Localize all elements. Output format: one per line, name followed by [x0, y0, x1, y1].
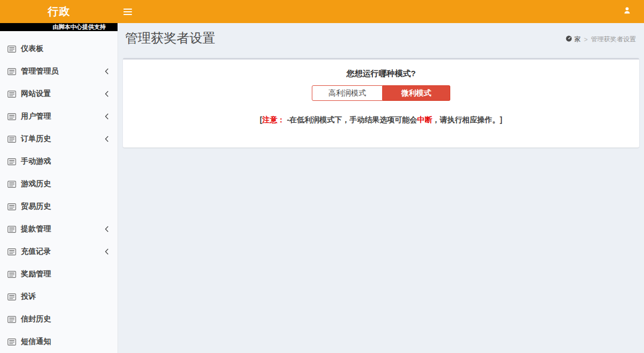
sidebar: 由脚本中心提供支持 仪表板管理管理员网站设置用户管理订单历史手动游戏游戏历史贸易… — [0, 23, 118, 353]
sidebar-item-envelope-history[interactable]: 信封历史 — [0, 308, 118, 330]
mode-button-group: 高利润模式微利模式 — [312, 85, 450, 101]
list-alt-icon — [8, 91, 16, 98]
chevron-left-icon — [105, 113, 109, 120]
list-alt-icon — [8, 158, 16, 165]
list-alt-icon — [8, 203, 16, 210]
powered-by-bar: 由脚本中心提供支持 — [0, 23, 118, 31]
note-segment-3: 中断 — [417, 115, 432, 124]
sidebar-item-reward-management[interactable]: 奖励管理 — [0, 263, 118, 285]
sidebar-item-label: 游戏历史 — [21, 179, 51, 189]
chevron-left-icon — [105, 91, 109, 97]
sidebar-item-label: 手动游戏 — [21, 157, 51, 166]
dashboard-icon — [566, 35, 572, 43]
mode-note: [注意： -在低利润模式下，手动结果选项可能会中断，请执行相应操作。] — [128, 115, 634, 125]
sidebar-item-site-settings[interactable]: 网站设置 — [0, 83, 118, 105]
content-header: 管理获奖者设置 家 > 管理获奖者设置 — [123, 30, 639, 53]
list-alt-icon — [8, 226, 16, 233]
sidebar-item-label: 信封历史 — [21, 314, 51, 324]
sidebar-item-complaints[interactable]: 投诉 — [0, 285, 118, 308]
micro-profit-mode-button[interactable]: 微利模式 — [383, 85, 450, 101]
page-title: 管理获奖者设置 — [125, 31, 215, 46]
breadcrumb-home-link[interactable]: 家 — [566, 35, 581, 44]
list-alt-icon — [8, 181, 16, 188]
mode-question: 您想运行哪种模式? — [128, 69, 634, 79]
list-alt-icon — [8, 293, 16, 300]
sidebar-item-user-management[interactable]: 用户管理 — [0, 105, 118, 128]
sidebar-item-label: 管理管理员 — [21, 67, 58, 76]
brand-title[interactable]: 行政 — [0, 0, 118, 23]
main-content: 管理获奖者设置 家 > 管理获奖者设置 您想运行哪种模式? 高利润模式微利模式 … — [118, 23, 644, 353]
sidebar-item-label: 短信通知 — [21, 337, 51, 347]
sidebar-item-game-history[interactable]: 游戏历史 — [0, 173, 118, 195]
chevron-left-icon — [105, 68, 109, 75]
sidebar-item-label: 奖励管理 — [21, 269, 51, 279]
chevron-left-icon — [105, 248, 109, 255]
chevron-left-icon — [105, 136, 109, 142]
list-alt-icon — [8, 271, 16, 278]
list-alt-icon — [8, 316, 16, 323]
sidebar-item-label: 仪表板 — [21, 44, 43, 54]
breadcrumb-home-label: 家 — [574, 35, 581, 44]
sidebar-item-manual-game[interactable]: 手动游戏 — [0, 150, 118, 173]
sidebar-item-recharge-records[interactable]: 充值记录 — [0, 240, 118, 263]
sidebar-item-label: 充值记录 — [21, 247, 51, 256]
sidebar-toggle-button[interactable] — [118, 0, 137, 23]
note-segment-4: ，请执行相应操作。] — [432, 115, 502, 124]
sidebar-item-sms-notifications[interactable]: 短信通知 — [0, 330, 118, 353]
sidebar-item-trade-history[interactable]: 贸易历史 — [0, 195, 118, 218]
sidebar-menu: 仪表板管理管理员网站设置用户管理订单历史手动游戏游戏历史贸易历史提款管理充值记录… — [0, 31, 118, 353]
sidebar-item-order-history[interactable]: 订单历史 — [0, 128, 118, 150]
sidebar-item-label: 贸易历史 — [21, 202, 51, 211]
sidebar-item-dashboard[interactable]: 仪表板 — [0, 38, 118, 60]
list-alt-icon — [8, 113, 16, 120]
sidebar-item-label: 投诉 — [21, 292, 36, 301]
list-alt-icon — [8, 136, 16, 143]
list-alt-icon — [8, 339, 16, 345]
sidebar-item-label: 用户管理 — [21, 112, 51, 121]
top-navbar: 行政 — [0, 0, 644, 23]
high-profit-mode-button[interactable]: 高利润模式 — [312, 85, 383, 101]
chevron-left-icon — [105, 226, 109, 232]
sidebar-item-label: 提款管理 — [21, 224, 51, 234]
list-alt-icon — [8, 248, 16, 255]
list-alt-icon — [8, 46, 16, 53]
sidebar-item-label: 订单历史 — [21, 134, 51, 144]
hamburger-icon — [123, 9, 132, 10]
note-segment-1: 注意： — [262, 115, 285, 124]
user-menu-button[interactable] — [623, 0, 644, 23]
person-icon — [623, 6, 631, 17]
list-alt-icon — [8, 68, 16, 75]
sidebar-item-admin-management[interactable]: 管理管理员 — [0, 60, 118, 83]
breadcrumb: 家 > 管理获奖者设置 — [566, 35, 636, 44]
sidebar-item-label: 网站设置 — [21, 89, 51, 99]
breadcrumb-separator: > — [584, 36, 588, 43]
sidebar-item-withdrawal-management[interactable]: 提款管理 — [0, 218, 118, 240]
note-segment-2: -在低利润模式下，手动结果选项可能会 — [285, 115, 418, 124]
mode-card: 您想运行哪种模式? 高利润模式微利模式 [注意： -在低利润模式下，手动结果选项… — [123, 58, 639, 148]
breadcrumb-current: 管理获奖者设置 — [591, 35, 636, 44]
